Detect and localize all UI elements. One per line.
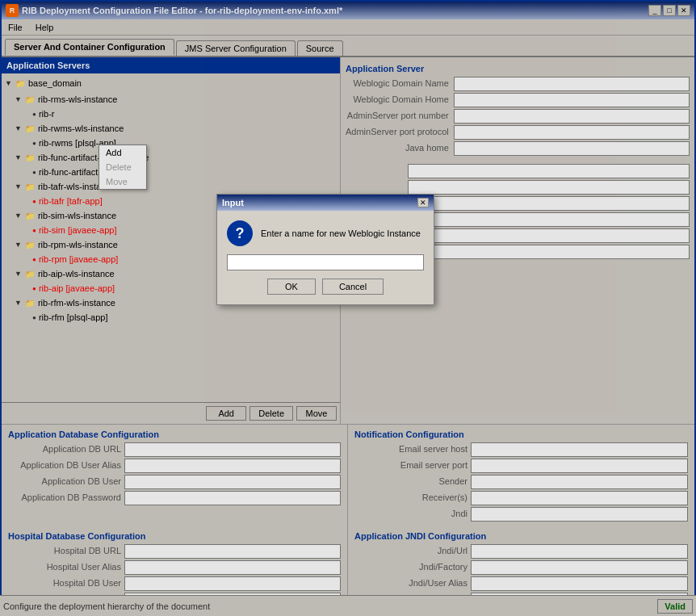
modal-dialog: Input ✕ ? Enter a name for new Weblogic … bbox=[216, 194, 434, 305]
modal-overlay: Input ✕ ? Enter a name for new Weblogic … bbox=[0, 0, 696, 616]
modal-message: Enter a name for new Weblogic Instance bbox=[261, 228, 421, 238]
app-window: R RIB Deployment Configuration File Edit… bbox=[0, 0, 696, 616]
modal-buttons: OK Cancel bbox=[267, 279, 384, 295]
modal-cancel-button[interactable]: Cancel bbox=[322, 279, 384, 295]
question-icon: ? bbox=[227, 220, 253, 246]
modal-body: ? Enter a name for new Weblogic Instance… bbox=[217, 211, 434, 304]
modal-title-bar: Input ✕ bbox=[217, 195, 434, 211]
modal-title: Input bbox=[222, 198, 244, 207]
modal-icon-row: ? Enter a name for new Weblogic Instance bbox=[227, 220, 424, 246]
modal-input[interactable] bbox=[227, 254, 424, 270]
modal-ok-button[interactable]: OK bbox=[267, 279, 316, 295]
modal-close-button[interactable]: ✕ bbox=[417, 198, 429, 207]
